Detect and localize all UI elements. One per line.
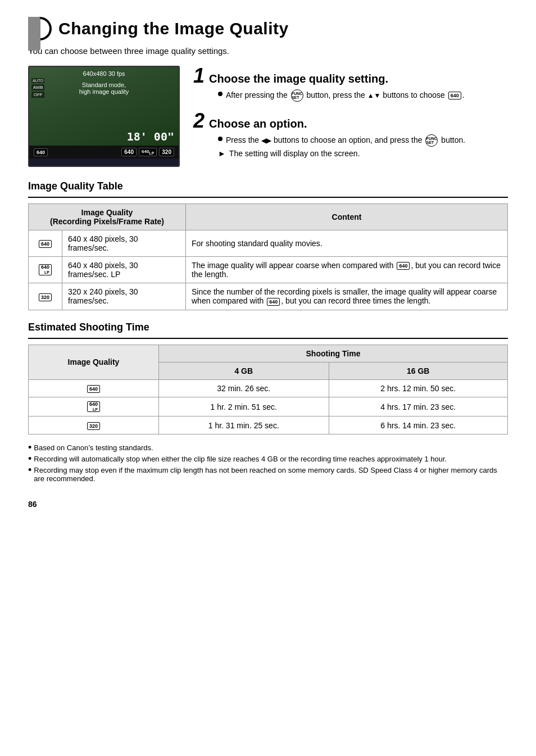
bullet-dot-icon <box>218 92 222 96</box>
footnote-2-text: Recording will automatically stop when e… <box>34 455 447 463</box>
cam-badge-640: 640 <box>121 148 137 156</box>
intro-section: AUTO AWB OFF 640x480 30 fps Standard mod… <box>28 66 508 167</box>
time-4gb-header: 4 GB <box>159 362 329 379</box>
iq-table-divider <box>28 197 508 198</box>
iq-col1-header: Image Quality(Recording Pixels/Frame Rat… <box>29 204 186 230</box>
badge-640lp-row2: 640 LP <box>39 264 52 275</box>
cam-badge-640lp: 640LP <box>139 148 157 156</box>
badge-320-row3: 320 <box>39 293 52 301</box>
steps-section: 1 Choose the image quality setting. Afte… <box>193 66 508 167</box>
iq-icon-640lp: 640 LP <box>29 257 62 283</box>
page-content: Changing the Image Quality You can choos… <box>28 17 508 509</box>
time-badge-320: 320 <box>87 422 100 430</box>
step-2-content: Press the ◀▶ buttons to choose an option… <box>218 134 508 158</box>
time-icon-320: 320 <box>29 417 159 434</box>
table-row: 320 1 hr. 31 min. 25 sec. 6 hrs. 14 min.… <box>29 417 508 434</box>
bullet-dot-icon-2 <box>218 137 222 141</box>
page-number: 86 <box>28 500 508 509</box>
footnote-1: • Based on Canon’s testing standards. <box>28 443 508 452</box>
step-1-bullet-text: After pressing the FUNCSET button, press… <box>226 89 465 102</box>
footnote-dot-icon-3: • <box>28 465 31 475</box>
iq-icon-320: 320 <box>29 283 62 310</box>
updown-arrow-icon: ▲▼ <box>367 92 381 99</box>
table-row: 640 LP 640 x 480 pixels, 30 frames/sec. … <box>29 257 508 283</box>
iq-col2-header: Content <box>186 204 508 230</box>
table-row: 320 320 x 240 pixels, 30 frames/sec. Sin… <box>29 283 508 310</box>
cam-badge-320: 320 <box>159 148 174 156</box>
time-4gb-320: 1 hr. 31 min. 25 sec. <box>159 417 329 434</box>
step-1-content: After pressing the FUNCSET button, press… <box>218 89 508 102</box>
cam-mode-display: Standard mode, high image quality <box>79 82 129 95</box>
image-quality-table-section: Image Quality Table Image Quality(Record… <box>28 180 508 310</box>
cam-icon-off: OFF <box>31 92 44 98</box>
time-iq-header: Image Quality <box>29 345 159 379</box>
table-row: 640 640 x 480 pixels, 30 frames/sec. For… <box>29 230 508 257</box>
step-1: 1 Choose the image quality setting. Afte… <box>193 66 508 102</box>
arrow-right-icon: ► <box>218 149 226 158</box>
iq-content-640lp: The image quality will appear coarse whe… <box>186 257 508 283</box>
footnotes-section: • Based on Canon’s testing standards. • … <box>28 443 508 483</box>
step-2-screen-text: The setting will display on the screen. <box>229 149 360 158</box>
step-2: 2 Choose an option. Press the ◀▶ buttons… <box>193 111 508 158</box>
iq-content-640: For shooting standard quality movies. <box>186 230 508 257</box>
iq-label-640: 640 x 480 pixels, 30 frames/sec. <box>62 230 186 257</box>
time-4gb-640lp: 1 hr. 2 min. 51 sec. <box>159 397 329 417</box>
footnote-dot-icon-1: • <box>28 442 31 452</box>
func-set-icon-2: FUNCSET <box>425 134 438 147</box>
time-4gb-640: 32 min. 26 sec. <box>159 379 329 397</box>
cam-icon-awb: AWB <box>31 84 44 90</box>
chapter-tab <box>28 17 40 51</box>
iq-icon-640: 640 <box>29 230 62 257</box>
time-shooting-header: Shooting Time <box>159 345 508 362</box>
iq-label-320: 320 x 240 pixels, 30 frames/sec. <box>62 283 186 310</box>
step-1-bullet-1: After pressing the FUNCSET button, press… <box>218 89 508 102</box>
step-2-bullet-text: Press the ◀▶ buttons to choose an option… <box>226 134 465 147</box>
step-2-number: 2 <box>193 111 205 131</box>
func-set-icon-1: FUNCSET <box>291 89 303 102</box>
camera-preview-image: AUTO AWB OFF 640x480 30 fps Standard mod… <box>28 66 180 167</box>
page-subtitle: You can choose between three image quali… <box>28 46 508 56</box>
step-2-header: 2 Choose an option. <box>193 111 508 131</box>
badge-640-row1: 640 <box>39 240 52 248</box>
cam-bottom-bar: 640 640 640LP 320 <box>29 146 179 159</box>
time-16gb-640lp: 4 hrs. 17 min. 23 sec. <box>329 397 507 417</box>
iq-label-640lp: 640 x 480 pixels, 30 frames/sec. LP <box>62 257 186 283</box>
step-2-bullet-2: ► The setting will display on the screen… <box>218 149 508 158</box>
step-1-title: Choose the image quality setting. <box>209 73 388 85</box>
badge-640-inline2: 640 <box>267 298 280 306</box>
camera-screen: AUTO AWB OFF 640x480 30 fps Standard mod… <box>29 67 179 146</box>
lr-arrow-icon: ◀▶ <box>261 137 271 144</box>
page-title: Changing the Image Quality <box>58 19 289 38</box>
badge-640-step1: 640 <box>448 92 461 99</box>
step-2-title: Choose an option. <box>209 117 307 130</box>
cam-fps-display: 640x480 30 fps <box>83 70 125 77</box>
step-2-bullet-1: Press the ◀▶ buttons to choose an option… <box>218 134 508 147</box>
time-16gb-640: 2 hrs. 12 min. 50 sec. <box>329 379 507 397</box>
footnote-1-text: Based on Canon’s testing standards. <box>34 443 153 452</box>
shooting-time-title: Estimated Shooting Time <box>28 322 508 333</box>
footnote-3-text: Recording may stop even if the maximum c… <box>34 466 508 483</box>
time-16gb-header: 16 GB <box>329 362 507 379</box>
cam-icon-auto: AUTO <box>31 78 44 83</box>
iq-content-320: Since the number of the recording pixels… <box>186 283 508 310</box>
badge-640-inline1: 640 <box>397 262 410 270</box>
title-section: Changing the Image Quality <box>28 17 508 40</box>
shooting-time-section: Estimated Shooting Time Image Quality Sh… <box>28 322 508 434</box>
cam-timer-display: 18' 00" <box>127 130 174 143</box>
image-quality-table: Image Quality(Recording Pixels/Frame Rat… <box>28 203 508 310</box>
footnote-3: • Recording may stop even if the maximum… <box>28 466 508 483</box>
time-16gb-320: 6 hrs. 14 min. 23 sec. <box>329 417 507 434</box>
step-1-header: 1 Choose the image quality setting. <box>193 66 508 86</box>
table-row: 640 32 min. 26 sec. 2 hrs. 12 min. 50 se… <box>29 379 508 397</box>
cam-quality-badge-640: 640 <box>34 148 48 156</box>
iq-table-title: Image Quality Table <box>28 180 508 192</box>
cam-sidebar-icons: AUTO AWB OFF <box>31 78 44 98</box>
footnote-dot-icon-2: • <box>28 454 31 464</box>
shooting-time-table: Image Quality Shooting Time 4 GB 16 GB 6… <box>28 345 508 434</box>
time-icon-640lp: 640 LP <box>29 397 159 417</box>
step-1-number: 1 <box>193 66 205 86</box>
table-row: 640 LP 1 hr. 2 min. 51 sec. 4 hrs. 17 mi… <box>29 397 508 417</box>
time-icon-640: 640 <box>29 379 159 397</box>
footnote-2: • Recording will automatically stop when… <box>28 455 508 464</box>
time-badge-640: 640 <box>87 385 100 393</box>
